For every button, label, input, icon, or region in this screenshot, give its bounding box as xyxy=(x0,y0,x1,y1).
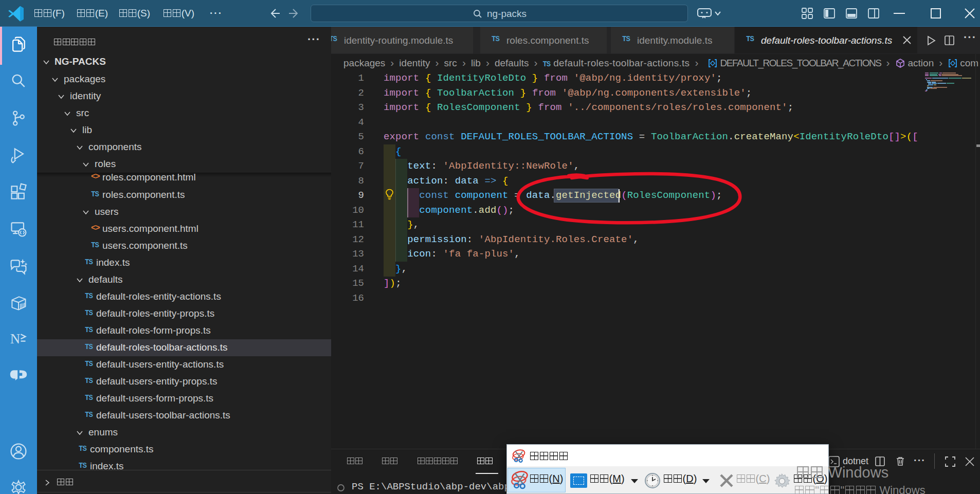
svg-text:N: N xyxy=(10,331,21,346)
